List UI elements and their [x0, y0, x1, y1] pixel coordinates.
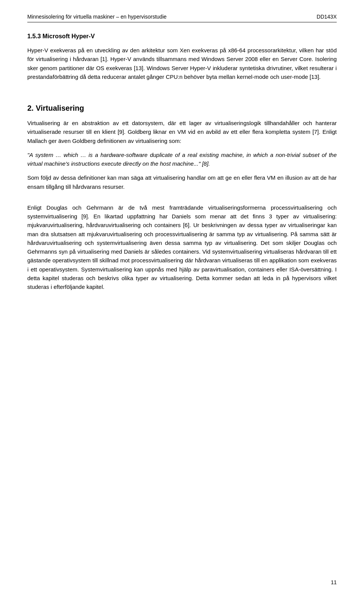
page: Minnesisolering för virtuella maskiner –…: [0, 0, 364, 599]
header-title: Minnesisolering för virtuella maskiner –…: [27, 14, 166, 20]
section-1-5-3-heading: 1.5.3 Microsoft Hyper-V: [27, 33, 337, 40]
section-2-para3: Enligt Douglas och Gehrmann är de två me…: [27, 203, 337, 292]
section-2-heading: 2. Virtualisering: [27, 104, 337, 113]
section-2-para2: Som följd av dessa definitioner kan man …: [27, 173, 337, 191]
section-1-5-3-para1: Hyper-V exekveras på en utveckling av de…: [27, 46, 337, 81]
section-2: 2. Virtualisering Virtualisering är en a…: [27, 104, 337, 291]
header-code: DD143X: [317, 14, 337, 20]
page-footer: 11: [331, 579, 337, 585]
section-2-quote: "A system … which … is a hardware-softwa…: [27, 151, 337, 168]
page-number: 11: [331, 579, 337, 585]
section-2-para1: Virtualisering är en abstraktion av ett …: [27, 119, 337, 145]
page-header: Minnesisolering för virtuella maskiner –…: [27, 14, 337, 22]
section-1-5-3: 1.5.3 Microsoft Hyper-V Hyper-V exekvera…: [27, 33, 337, 81]
